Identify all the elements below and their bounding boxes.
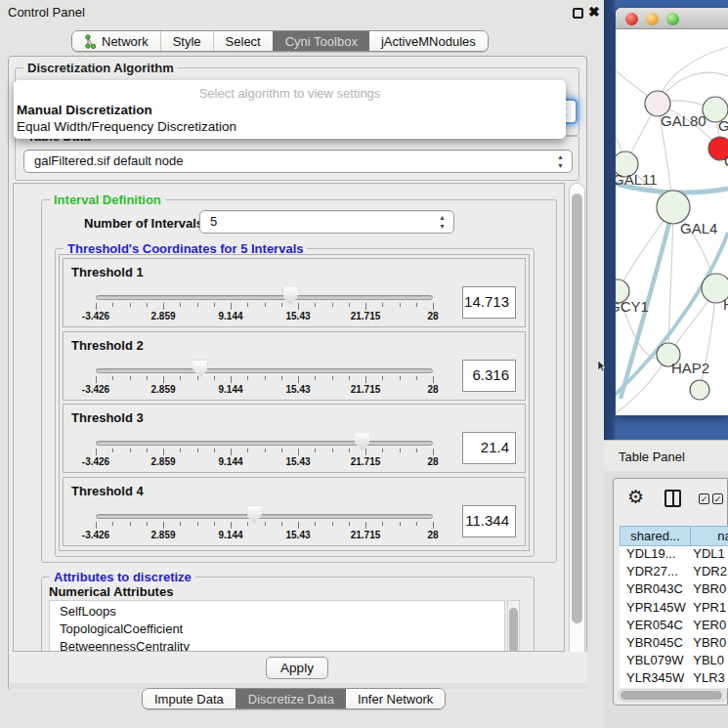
tab-label: Style [173,34,201,49]
number-of-intervals-combobox[interactable]: 5 ▲▼ [199,210,454,234]
slider-ticks [96,303,434,311]
tab-discretize-data[interactable]: Discretize Data [236,689,346,708]
attributes-list-scrollbar[interactable] [507,600,520,652]
option-equal-width-frequency[interactable]: Equal Width/Frequency Discretization [17,119,236,134]
table-data-group: Table Data galFiltered.sif default node … [15,136,579,181]
close-traffic-light[interactable] [625,13,638,25]
slider-tick-labels: -3.4262.8599.14415.4321.71528 [96,311,434,323]
float-window-icon[interactable] [573,8,583,19]
threshold-2-value-field[interactable]: 6.316 [462,360,516,392]
tab-infer-network[interactable]: Infer Network [346,689,445,708]
tab-label: jActiveMNodules [381,34,476,49]
network-graph[interactable]: GAL80GACGAL11GAL4GCY1HHAP2 [616,29,728,415]
table-row-ylr345w[interactable]: YLR345WYLR3 [620,670,728,688]
column-header-shared-name[interactable]: shared... [620,526,691,546]
control-panel-titlebar: Control Panel ✖ [0,0,604,25]
tab-label: Network [102,34,149,49]
split-columns-icon[interactable] [664,490,681,507]
cyni-toolbox-content: Discretization Algorithm ▲▼ Select algor… [8,56,587,691]
table-horizontal-scrollbar[interactable] [618,689,727,702]
cell-name: YER0 [687,618,728,635]
node-label-c: C [724,152,728,169]
application-root: Control Panel ✖ NetworkStyleSelectCyni T… [0,0,728,728]
threshold-4-row: Threshold 4-3.4262.8599.14415.4321.71528… [63,477,526,546]
table-row-ydl19[interactable]: YDL19...YDL1 [620,546,728,564]
scrollbar-thumb[interactable] [572,193,582,623]
threshold-1-value-field[interactable]: 14.713 [462,286,516,319]
column-header-name[interactable]: na [691,526,728,546]
cell-shared-name: YBR043C [620,581,687,599]
threshold-4-slider-track[interactable] [96,514,433,519]
algorithm-hint: Select algorithm to view settings [14,86,566,101]
table-row-yer054c[interactable]: YER054CYER0 [620,618,728,635]
threshold-2-slider-track[interactable] [96,368,433,373]
table-panel-inset: ⚙ ✓ ✓ shared... na YDL19...YDL1YDR27...Y… [613,478,728,706]
threshold-1-slider-track[interactable] [96,295,433,300]
tab-label: Impute Data [154,692,224,707]
tab-cyni-toolbox[interactable]: Cyni Toolbox [273,31,369,51]
threshold-2-label: Threshold 2 [71,338,144,353]
attribute-item-selfloops[interactable]: SelfLoops [60,603,504,621]
network-icon [84,34,97,49]
cell-shared-name: YLR345W [620,670,687,688]
checkbox-icon[interactable]: ✓ [699,493,709,504]
table-row-ybr043c[interactable]: YBR043CYBR0 [620,581,728,599]
checkbox-icon[interactable]: ✓ [712,493,723,504]
threshold-3-row: Threshold 3-3.4262.8599.14415.4321.71528… [63,404,526,473]
close-icon[interactable]: ✖ [588,4,600,20]
settings-scroll-viewport: Interval Definition Number of Intervals … [13,183,565,652]
table-header: shared... na [620,526,728,546]
tab-network[interactable]: Network [72,31,160,51]
threshold-2-row: Threshold 2-3.4262.8599.14415.4321.71528… [63,331,526,401]
threshold-3-slider-track[interactable] [96,441,433,446]
table-data-combobox[interactable]: galFiltered.sif default node ▲▼ [23,150,573,173]
cell-shared-name: YBL079W [620,653,687,670]
threshold-3-value-field[interactable]: 21.4 [462,432,516,464]
table-data-combobox-value: galFiltered.sif default node [34,153,183,168]
combo-stepper-icon: ▲▼ [557,152,564,170]
threshold-3-label: Threshold 3 [71,410,144,425]
cell-shared-name: YDL19... [620,546,687,564]
node-label-ga: GA [718,117,728,134]
slider-ticks [96,449,434,456]
cell-name: YDL1 [687,546,728,564]
apply-button[interactable]: Apply [266,657,328,679]
minimize-traffic-light[interactable] [646,13,659,25]
gear-icon[interactable]: ⚙ [627,488,644,506]
discretization-algorithm-title: Discretization Algorithm [23,61,178,75]
node-label-gcy1: GCY1 [616,298,649,315]
cell-name: YPR1 [687,600,728,618]
table-row-ydr27[interactable]: YDR27...YDR2 [620,564,728,581]
tab-impute-data[interactable]: Impute Data [143,689,236,708]
threshold-4-value-field[interactable]: 11.344 [462,505,516,537]
numerical-attributes-label: Numerical Attributes [49,584,173,599]
table-row-ypr145w[interactable]: YPR145WYPR1 [620,600,728,618]
tab-label: Infer Network [358,692,433,707]
table-row-ybl079w[interactable]: YBL079WYBL0 [620,653,728,670]
table-panel-title: Table Panel [619,450,685,464]
node-label-hap2: HAP2 [671,360,709,376]
threshold-1-row: Threshold 1-3.4262.8599.14415.4321.71528… [63,258,526,327]
top-tab-bar: NetworkStyleSelectCyni ToolboxjActiveMNo… [71,30,489,52]
network-node[interactable] [690,380,709,400]
attribute-item-betweennesscentrality[interactable]: BetweennessCentrality [60,638,504,652]
table-row-ybr045c[interactable]: YBR045CYBR0 [620,635,728,653]
panel-vertical-scrollbar[interactable] [569,183,585,676]
option-manual-discretization[interactable]: Manual Discretization [17,103,152,117]
cell-shared-name: YER054C [620,618,687,635]
attributes-group-title: Attributes to discretize [50,570,195,584]
tab-style[interactable]: Style [160,31,213,51]
cell-name: YBR0 [687,635,728,653]
scrollbar-thumb[interactable] [621,691,722,700]
slider-tick-labels: -3.4262.8599.14415.4321.71528 [96,530,434,542]
attribute-item-topologicalcoefficient[interactable]: TopologicalCoefficient [60,621,504,638]
mouse-cursor [597,361,607,372]
scrollbar-thumb[interactable] [509,608,518,652]
cell-name: YDR2 [687,564,728,581]
tab-select[interactable]: Select [213,31,273,51]
zoom-traffic-light[interactable] [666,13,679,25]
tab-jactivemnodules[interactable]: jActiveMNodules [369,31,488,51]
network-window-titlebar[interactable] [616,8,728,29]
network-node-gal4[interactable] [657,191,690,224]
threshold-4-label: Threshold 4 [71,484,144,498]
